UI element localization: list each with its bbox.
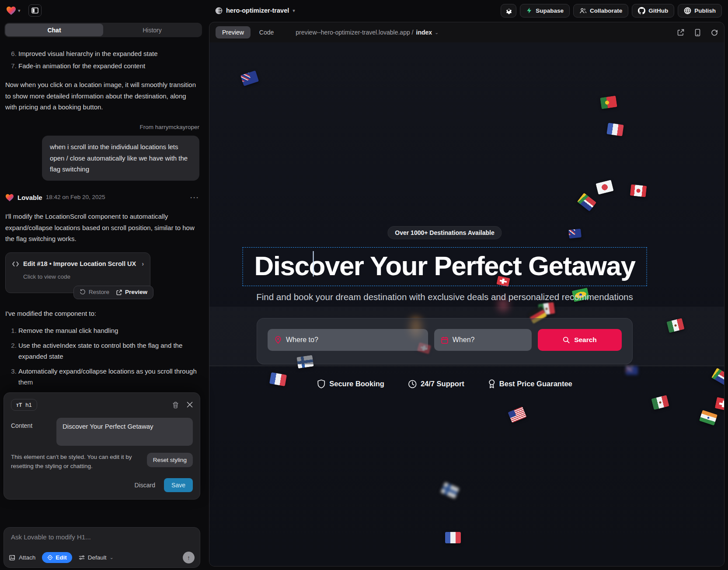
content-field-label: Content	[11, 418, 56, 446]
panel-left-icon	[31, 7, 38, 14]
edit-version-card[interactable]: Edit #18 • Improve Location Scroll UX › …	[5, 252, 150, 293]
flag-south-africa-icon	[711, 367, 724, 385]
element-editor-panel: тT h1 Content Discover Your Perfect Geta…	[3, 392, 200, 500]
chevron-down-icon: ▾	[18, 8, 21, 14]
edit-card-actions: Restore Preview	[73, 286, 153, 299]
chevron-down-icon: ⌄	[110, 555, 114, 560]
sidebar-tabs: Chat History	[4, 23, 202, 37]
flag-south-africa-icon	[577, 193, 596, 212]
sliders-icon	[79, 555, 85, 560]
list-item: Remove the manual click handling	[18, 325, 199, 336]
flag-switzerland-icon	[715, 397, 724, 411]
external-link-icon	[116, 290, 122, 295]
selected-heading-box[interactable]: Discover Your Perfect Getaway	[243, 247, 647, 286]
message-menu-button[interactable]: ···	[190, 192, 199, 203]
chat-input-placeholder[interactable]: Ask Lovable to modify H1...	[11, 533, 194, 541]
when-placeholder: When?	[453, 336, 475, 344]
project-name: hero-optimizer-travel	[226, 7, 289, 14]
reset-styling-button[interactable]: Reset styling	[147, 453, 193, 467]
when-input[interactable]: When?	[434, 329, 532, 351]
tab-code[interactable]: Code	[256, 26, 277, 38]
element-tag-chip[interactable]: тT h1	[11, 399, 37, 411]
globe-icon	[215, 7, 223, 14]
flag-canada-icon	[630, 184, 647, 197]
search-button[interactable]: Search	[538, 329, 622, 351]
user-message-bubble: when i scroll into the individual locati…	[42, 136, 199, 181]
preview-version-button[interactable]: Preview	[116, 287, 147, 297]
where-placeholder: Where to?	[286, 336, 318, 344]
open-external-button[interactable]	[677, 29, 684, 36]
publish-button[interactable]: Publish	[678, 4, 722, 17]
feature-best-price: Best Price Guarantee	[488, 379, 572, 388]
flag-mexico-icon	[651, 395, 669, 410]
award-icon	[488, 379, 495, 388]
close-panel-button[interactable]	[187, 402, 193, 409]
feature-support: 24/7 Support	[408, 379, 464, 388]
hero-subtitle: Find and book your dream destination wit…	[256, 292, 633, 302]
restore-icon	[80, 289, 86, 295]
flag-france-icon	[606, 122, 624, 136]
site-viewport[interactable]: Over 1000+ Destinations Available Discov…	[209, 42, 724, 566]
lovable-heart-icon	[5, 194, 14, 202]
destinations-badge: Over 1000+ Destinations Available	[387, 226, 502, 239]
collaborate-button[interactable]: Collaborate	[573, 4, 628, 17]
chat-input-panel[interactable]: Ask Lovable to modify H1... Attach Edit	[3, 527, 200, 568]
list-item: Use the activeIndex state to control bot…	[18, 340, 199, 362]
assistant-name: Lovable	[17, 192, 42, 203]
refresh-button[interactable]	[711, 29, 718, 36]
assistant-message-header: Lovable 18:42 on Feb 20, 2025 ···	[5, 192, 199, 203]
globe-icon	[684, 7, 691, 14]
save-button[interactable]: Save	[164, 478, 193, 492]
feature-secure-booking: Secure Booking	[317, 379, 384, 388]
attach-button[interactable]: Attach	[9, 554, 35, 561]
message-timestamp: 18:42 on Feb 20, 2025	[46, 192, 105, 203]
hero-heading[interactable]: Discover Your Perfect Getaway	[254, 250, 635, 281]
user-attribution-label: From harrymckayroper	[5, 122, 199, 133]
edit-mode-pill[interactable]: Edit	[42, 552, 72, 563]
lovable-logo-menu[interactable]: ▾	[6, 6, 21, 15]
text-type-icon: тT	[16, 402, 22, 408]
gear-icon	[505, 7, 512, 14]
close-icon	[187, 402, 193, 408]
list-item: Fade-in animation for the expanded conte…	[18, 60, 199, 72]
lovable-heart-icon	[6, 6, 16, 15]
settings-button[interactable]	[501, 4, 516, 17]
restore-button[interactable]: Restore	[80, 287, 109, 297]
delete-element-button[interactable]	[172, 402, 179, 409]
chevron-right-icon: ›	[142, 259, 144, 269]
preview-pane: Preview Code preview--hero-optimizer-tra…	[209, 22, 725, 567]
discard-button[interactable]: Discard	[135, 482, 155, 489]
code-icon	[12, 261, 19, 267]
trash-icon	[172, 402, 179, 409]
tab-preview[interactable]: Preview	[216, 26, 251, 38]
where-input[interactable]: Where to?	[268, 329, 428, 351]
calendar-icon	[441, 336, 448, 344]
send-button[interactable]: ↑	[183, 552, 195, 563]
target-icon	[47, 555, 53, 560]
tab-history[interactable]: History	[103, 24, 201, 36]
project-switcher[interactable]: hero-optimizer-travel ▾	[215, 0, 295, 21]
sidebar-toggle-button[interactable]	[28, 4, 42, 17]
list-item: Improved visual hierarchy in the expande…	[18, 48, 199, 59]
flag-portugal-icon	[600, 96, 617, 109]
flag-australia-icon	[240, 70, 259, 86]
flag-new-zealand-icon	[626, 366, 638, 375]
mobile-view-button[interactable]	[695, 29, 700, 36]
styling-note: This element can't be styled. You can ed…	[11, 453, 146, 471]
chevron-down-icon: ⌄	[435, 30, 439, 35]
content-textarea[interactable]: Discover Your Perfect Getaway	[56, 418, 193, 446]
preview-url[interactable]: preview--hero-optimizer-travel.lovable.a…	[296, 29, 439, 36]
flag-finland-icon	[440, 482, 459, 499]
tab-chat[interactable]: Chat	[5, 24, 103, 36]
image-icon	[9, 555, 16, 561]
flag-japan-icon	[596, 180, 614, 195]
flag-new-zealand-icon	[568, 229, 582, 239]
search-icon	[563, 336, 570, 343]
github-icon	[638, 7, 645, 14]
element-tag-label: h1	[25, 402, 31, 408]
assistant-paragraph: Now when you click on a location image, …	[5, 79, 199, 113]
mode-selector[interactable]: Default ⌄	[79, 554, 114, 561]
shield-icon	[317, 379, 325, 388]
supabase-button[interactable]: Supabase	[520, 4, 570, 17]
github-button[interactable]: GitHub	[632, 4, 674, 17]
